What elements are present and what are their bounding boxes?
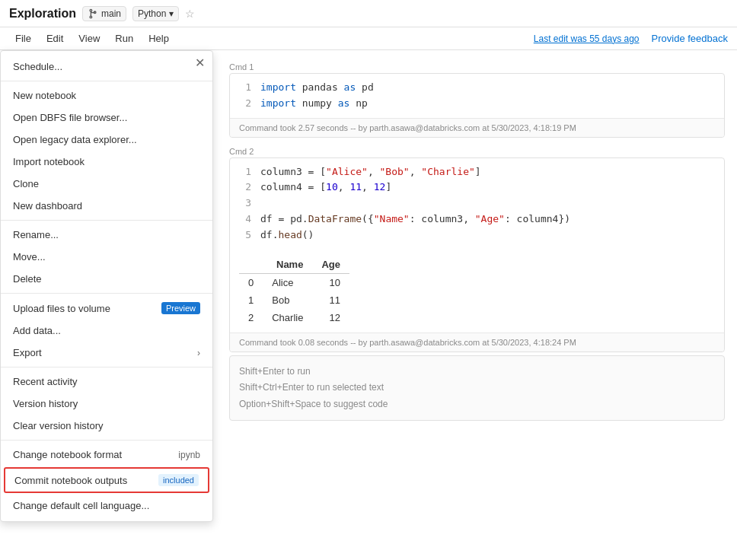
code-cell-1[interactable]: 1 import pandas as pd 2 import numpy as … bbox=[229, 73, 725, 138]
language-badge[interactable]: Python ▾ bbox=[132, 6, 179, 21]
cell-2-footer: Command took 0.08 seconds -- by parth.as… bbox=[230, 332, 724, 352]
code-line-1-2: 2 import numpy as np bbox=[230, 96, 724, 112]
divider-4 bbox=[1, 367, 212, 368]
hint-cell[interactable]: Shift+Enter to run Shift+Ctrl+Enter to r… bbox=[229, 355, 725, 422]
title-bar: Exploration main Python ▾ ☆ bbox=[0, 0, 737, 27]
language-label: Python bbox=[138, 8, 166, 19]
chevron-down-icon: ▾ bbox=[169, 8, 174, 19]
menu-bar: File Edit View Run Help Last edit was 55… bbox=[0, 27, 737, 50]
table-row-0: 0 Alice 10 bbox=[239, 273, 349, 291]
menu-export[interactable]: Export › bbox=[1, 342, 212, 364]
table-row-2: 2 Charlie 12 bbox=[239, 309, 349, 326]
code-line-1-1: 1 import pandas as pd bbox=[230, 80, 724, 96]
branch-name: main bbox=[101, 8, 121, 19]
col-name-header: Name bbox=[263, 256, 312, 274]
close-button[interactable]: ✕ bbox=[195, 57, 205, 69]
cmd-2-label: Cmd 2 bbox=[229, 147, 725, 156]
main-layout: ✕ Schedule... New notebook Open DBFS fil… bbox=[0, 50, 737, 560]
divider-1 bbox=[1, 81, 212, 81]
feedback-link[interactable]: Provide feedback bbox=[652, 33, 728, 44]
menu-new-notebook[interactable]: New notebook bbox=[1, 84, 212, 107]
ipynb-badge: ipynb bbox=[178, 450, 200, 460]
hint-line-3: Option+Shift+Space to suggest code bbox=[239, 396, 715, 413]
preview-badge: Preview bbox=[161, 302, 200, 314]
col-age-header: Age bbox=[312, 256, 349, 274]
hint-line-1: Shift+Enter to run bbox=[239, 364, 715, 380]
menu-delete[interactable]: Delete bbox=[1, 268, 212, 290]
menu-commit-outputs[interactable]: Commit notebook outputs included bbox=[4, 467, 209, 493]
table-row-1: 1 Bob 11 bbox=[239, 291, 349, 309]
menu-version-history[interactable]: Version history bbox=[1, 393, 212, 415]
menu-new-dashboard[interactable]: New dashboard bbox=[1, 195, 212, 217]
menu-view[interactable]: View bbox=[72, 30, 106, 46]
menu-schedule[interactable]: Schedule... bbox=[1, 56, 212, 78]
menu-help[interactable]: Help bbox=[142, 30, 175, 46]
menu-upload-files[interactable]: Upload files to volume Preview bbox=[1, 297, 212, 320]
svg-point-1 bbox=[90, 16, 92, 18]
menu-add-data[interactable]: Add data... bbox=[1, 320, 212, 342]
menu-rename[interactable]: Rename... bbox=[1, 224, 212, 246]
included-badge: included bbox=[158, 474, 199, 486]
cell-1-footer: Command took 2.57 seconds -- by parth.as… bbox=[230, 118, 724, 137]
code-cell-2[interactable]: 1 column3 = ["Alice", "Bob", "Charlie"] … bbox=[229, 158, 725, 352]
code-lines-2: 1 column3 = ["Alice", "Bob", "Charlie"] … bbox=[230, 158, 724, 250]
cmd-1-label: Cmd 1 bbox=[229, 62, 725, 72]
menu-change-language[interactable]: Change default cell language... bbox=[1, 495, 212, 517]
output-table: Name Age 0 Alice 10 1 Bob 11 bbox=[239, 256, 715, 326]
notebook-title: Exploration bbox=[9, 7, 76, 21]
menu-change-format[interactable]: Change notebook format ipynb bbox=[1, 444, 212, 466]
menu-clear-version-history[interactable]: Clear version history bbox=[1, 415, 212, 437]
code-line-2-4: 4 df = pd.DataFrame({"Name": column3, "A… bbox=[230, 212, 724, 228]
svg-point-0 bbox=[90, 9, 92, 11]
code-lines-1: 1 import pandas as pd 2 import numpy as … bbox=[230, 74, 724, 118]
notebook-area: Cmd 1 1 import pandas as pd 2 import num… bbox=[217, 50, 737, 560]
star-icon[interactable]: ☆ bbox=[185, 8, 195, 20]
dropdown-menu: ✕ Schedule... New notebook Open DBFS fil… bbox=[0, 50, 213, 522]
branch-badge[interactable]: main bbox=[82, 6, 126, 21]
divider-2 bbox=[1, 220, 212, 221]
code-line-2-2: 2 column4 = [10, 11, 12] bbox=[230, 180, 724, 196]
code-line-2-1: 1 column3 = ["Alice", "Bob", "Charlie"] bbox=[230, 164, 724, 180]
chevron-right-icon: › bbox=[197, 348, 200, 358]
last-edit-link[interactable]: Last edit was 55 days ago bbox=[534, 33, 640, 44]
menu-open-legacy[interactable]: Open legacy data explorer... bbox=[1, 129, 212, 151]
divider-3 bbox=[1, 293, 212, 294]
menu-file[interactable]: File bbox=[9, 30, 37, 46]
menu-move[interactable]: Move... bbox=[1, 246, 212, 268]
menu-edit[interactable]: Edit bbox=[40, 30, 69, 46]
menu-recent-activity[interactable]: Recent activity bbox=[1, 371, 212, 393]
branch-icon bbox=[88, 8, 98, 19]
menu-import-notebook[interactable]: Import notebook bbox=[1, 151, 212, 173]
code-line-2-3: 3 bbox=[230, 196, 724, 212]
menu-clone[interactable]: Clone bbox=[1, 173, 212, 195]
menu-open-dbfs[interactable]: Open DBFS file browser... bbox=[1, 107, 212, 129]
divider-5 bbox=[1, 440, 212, 441]
code-line-2-5: 5 df.head() bbox=[230, 228, 724, 243]
menu-run[interactable]: Run bbox=[109, 30, 139, 46]
hint-line-2: Shift+Ctrl+Enter to run selected text bbox=[239, 380, 715, 396]
